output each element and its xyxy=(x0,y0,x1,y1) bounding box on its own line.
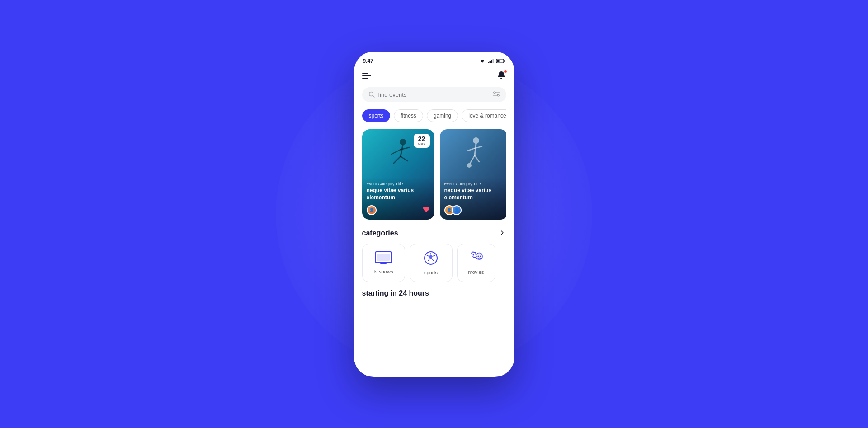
soccer-icon xyxy=(423,250,439,266)
event-card-1[interactable]: 22 MAY Event Category Title neque vitae … xyxy=(362,129,434,220)
svg-rect-6 xyxy=(497,60,499,62)
svg-rect-1 xyxy=(489,61,491,63)
pill-gaming[interactable]: gaming xyxy=(427,109,458,122)
svg-line-37 xyxy=(428,259,430,261)
pill-sports[interactable]: sports xyxy=(362,109,391,122)
svg-point-9 xyxy=(494,92,495,94)
phone-content: sports fitness gaming love & romance xyxy=(354,66,514,377)
svg-line-17 xyxy=(392,150,401,154)
avatar-3: 👤 xyxy=(452,205,462,215)
arrow-right-icon xyxy=(498,229,506,237)
avatar-1: 👤 xyxy=(367,205,377,215)
svg-point-15 xyxy=(400,139,406,145)
categories-title: categories xyxy=(362,229,398,237)
wifi-icon xyxy=(479,59,486,63)
svg-point-42 xyxy=(480,256,481,257)
theater-icon xyxy=(467,250,485,266)
search-bar xyxy=(362,87,506,102)
svg-point-39 xyxy=(473,254,474,256)
category-pills: sports fitness gaming love & romance xyxy=(362,109,506,122)
date-day-1: 22 xyxy=(417,136,426,142)
date-month-1: MAY xyxy=(417,142,426,146)
svg-line-16 xyxy=(401,145,403,156)
card-category-1: Event Category Title xyxy=(367,182,430,186)
avatar-stack-2: 👤 👤 xyxy=(444,205,462,215)
card-category-2: Event Category Title xyxy=(444,182,503,186)
battery-icon xyxy=(496,59,505,63)
svg-marker-33 xyxy=(429,254,433,259)
card-figure-2 xyxy=(456,134,492,179)
category-movies[interactable]: movies xyxy=(457,244,495,282)
category-sports-label: sports xyxy=(424,270,438,275)
card-bottom-2: Event Category Title neque vitae varius … xyxy=(440,177,506,219)
tv-icon xyxy=(374,251,392,265)
card-title-2: neque vitae varius elementum xyxy=(444,187,503,201)
category-tv-shows[interactable]: tv shows xyxy=(362,244,405,282)
search-icon xyxy=(368,91,375,98)
status-time: 9.47 xyxy=(363,58,373,64)
pill-love-romance[interactable]: love & romance xyxy=(462,109,506,122)
svg-point-27 xyxy=(467,163,472,168)
svg-point-12 xyxy=(497,94,499,96)
search-input[interactable] xyxy=(378,91,489,98)
date-badge-1: 22 MAY xyxy=(414,134,430,148)
categories-header: categories xyxy=(362,229,506,238)
category-sports[interactable]: sports xyxy=(410,244,453,282)
filter-button[interactable] xyxy=(493,91,500,98)
categories-see-more[interactable] xyxy=(498,229,506,238)
event-card-2[interactable]: Event Category Title neque vitae varius … xyxy=(440,129,506,220)
phone-frame: 9.47 xyxy=(354,52,514,377)
card-footer-1: 👤 xyxy=(367,205,430,215)
svg-point-41 xyxy=(478,256,479,257)
svg-rect-29 xyxy=(377,254,390,261)
svg-line-8 xyxy=(373,96,374,98)
menu-button[interactable] xyxy=(362,73,371,79)
notification-button[interactable] xyxy=(496,71,506,82)
notification-dot xyxy=(504,70,507,73)
svg-rect-0 xyxy=(488,62,489,63)
svg-line-26 xyxy=(475,155,479,162)
svg-line-36 xyxy=(432,259,434,261)
svg-line-19 xyxy=(394,156,401,163)
signal-icon xyxy=(488,59,494,63)
svg-line-35 xyxy=(433,255,435,256)
svg-line-23 xyxy=(467,148,475,151)
avatar-stack-1: 👤 xyxy=(367,205,377,215)
pill-fitness[interactable]: fitness xyxy=(394,109,423,122)
svg-line-22 xyxy=(475,144,476,155)
svg-line-20 xyxy=(401,156,407,161)
svg-rect-3 xyxy=(492,59,494,63)
card-title-1: neque vitae varius elementum xyxy=(367,187,430,201)
category-grid: tv shows sports xyxy=(362,244,506,282)
card-bottom-1: Event Category Title neque vitae varius … xyxy=(362,177,434,219)
svg-rect-5 xyxy=(504,60,505,62)
svg-rect-2 xyxy=(491,60,492,63)
heart-button-1[interactable] xyxy=(423,206,430,214)
status-icons xyxy=(479,59,505,63)
event-cards: 22 MAY Event Category Title neque vitae … xyxy=(362,129,506,220)
svg-point-21 xyxy=(473,137,479,144)
filter-icon xyxy=(493,91,500,97)
svg-line-25 xyxy=(470,155,475,163)
card-figure-1 xyxy=(378,134,419,183)
category-tv-label: tv shows xyxy=(374,269,393,274)
card-footer-2: 👤 👤 xyxy=(444,205,503,215)
category-movies-label: movies xyxy=(468,269,484,275)
phone-notch xyxy=(407,52,461,61)
heart-icon-1 xyxy=(423,206,430,212)
svg-line-38 xyxy=(427,255,429,256)
top-bar xyxy=(362,66,506,87)
starting-soon-title: starting in 24 hours xyxy=(362,289,429,297)
starting-soon-section: starting in 24 hours xyxy=(362,289,506,297)
